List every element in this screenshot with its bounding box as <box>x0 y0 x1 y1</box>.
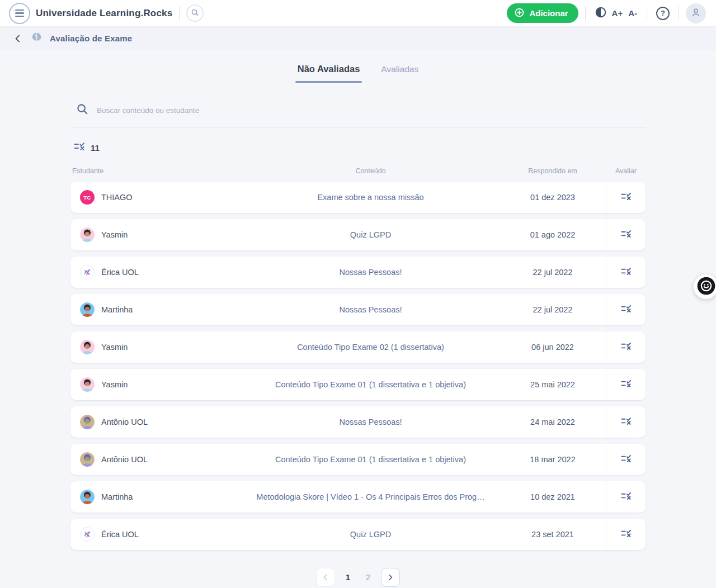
student-avatar <box>80 227 95 242</box>
student-cell: Antônio UOL <box>70 444 242 475</box>
content-link[interactable]: Nossas Pessoas! <box>339 268 402 277</box>
content-cell: Nossas Pessoas! <box>242 257 500 288</box>
evaluate-icon <box>621 342 632 353</box>
tab-bar: Não Avaliadas Avaliadas <box>70 50 646 83</box>
rows: TC THIAGO Exame sobre a nossa missão 01 … <box>70 182 646 550</box>
divider <box>585 6 586 21</box>
pagination-page-1[interactable]: 1 <box>341 571 355 584</box>
student-cell: Martinha <box>70 294 242 325</box>
pagination-prev-button[interactable] <box>316 568 335 587</box>
evaluate-button[interactable] <box>619 264 634 280</box>
column-header-respondido-em: Respondido em <box>500 167 606 175</box>
top-bar: Universidade Learning.Rocks Adicionar A+… <box>0 0 716 27</box>
content-link[interactable]: Metodologia Skore | Vídeo 1 - Os 4 Princ… <box>256 492 484 501</box>
evaluate-button[interactable] <box>619 527 634 542</box>
content-cell: Quiz LGPD <box>242 219 500 250</box>
student-cell: Yasmin <box>70 219 242 250</box>
evaluate-button[interactable] <box>619 227 634 243</box>
avaliar-cell <box>606 257 646 288</box>
smiley-icon <box>697 277 715 297</box>
user-avatar-button[interactable] <box>686 3 706 23</box>
avaliar-cell <box>606 331 646 363</box>
header-search-button[interactable] <box>186 4 204 22</box>
contrast-toggle-button[interactable] <box>592 5 609 21</box>
column-header-conteudo: Conteúdo <box>242 167 500 175</box>
plus-circle-icon <box>514 7 525 20</box>
student-name: Érica UOL <box>101 268 139 277</box>
student-cell: Antônio UOL <box>70 406 242 438</box>
answered-date: 23 set 2021 <box>500 519 606 550</box>
help-button[interactable]: ? <box>654 6 672 21</box>
student-cell: Yasmin <box>70 331 242 363</box>
hamburger-menu-button[interactable] <box>9 3 30 24</box>
student-avatar <box>80 302 95 317</box>
student-avatar <box>80 265 95 279</box>
evaluate-icon <box>621 229 632 240</box>
answered-date: 01 ago 2022 <box>500 219 606 250</box>
content-cell: Nossas Pessoas! <box>242 294 500 325</box>
pagination-page-2[interactable]: 2 <box>361 571 375 584</box>
avaliar-cell <box>606 406 646 438</box>
student-avatar <box>80 340 95 354</box>
search-input[interactable] <box>97 106 643 115</box>
back-button[interactable] <box>12 33 23 44</box>
table-row: Antônio UOL Conteúdo Tipo Exame 01 (1 di… <box>70 444 646 475</box>
student-avatar <box>80 377 95 392</box>
content-link[interactable]: Quiz LGPD <box>350 230 391 239</box>
student-name: Yasmin <box>101 380 128 389</box>
answered-date: 10 dez 2021 <box>500 481 606 513</box>
evaluate-list-icon <box>74 141 85 154</box>
divider <box>679 6 679 21</box>
content-link[interactable]: Conteúdo Tipo Exame 01 (1 dissertativa e… <box>275 380 466 389</box>
student-cell: Érica UOL <box>70 257 242 288</box>
student-name: Martinha <box>101 492 133 501</box>
content-link[interactable]: Exame sobre a nossa missão <box>317 193 423 202</box>
student-cell: Yasmin <box>70 369 242 400</box>
add-button[interactable]: Adicionar <box>507 3 578 23</box>
avaliar-cell <box>606 182 646 213</box>
student-name: Yasmin <box>101 343 128 352</box>
student-name: Martinha <box>101 305 133 314</box>
evaluate-icon <box>621 491 632 502</box>
evaluate-button[interactable] <box>619 189 634 205</box>
table-row: Yasmin Quiz LGPD 01 ago 2022 <box>70 219 646 250</box>
brain-icon <box>31 32 42 45</box>
student-name: Antônio UOL <box>101 455 148 464</box>
breadcrumb-bar: Avaliação de Exame <box>0 27 716 50</box>
evaluate-button[interactable] <box>619 339 634 355</box>
content-link[interactable]: Nossas Pessoas! <box>339 418 402 426</box>
content-cell: Conteúdo Tipo Exame 01 (1 dissertativa e… <box>242 369 500 400</box>
chevron-left-icon <box>13 34 22 43</box>
evaluate-button[interactable] <box>619 489 634 505</box>
tab-nao-avaliadas[interactable]: Não Avaliadas <box>295 64 362 83</box>
content-cell: Quiz LGPD <box>242 519 500 550</box>
content-link[interactable]: Conteúdo Tipo Exame 02 (1 dissertativa) <box>297 343 444 352</box>
student-cell: Érica UOL <box>70 519 242 550</box>
contrast-icon <box>595 6 607 20</box>
feedback-button[interactable] <box>694 274 716 299</box>
avaliar-cell <box>606 519 646 550</box>
student-cell: TC THIAGO <box>70 182 242 213</box>
evaluate-button[interactable] <box>619 302 634 317</box>
column-header-estudante: Estudante <box>70 167 242 175</box>
content-link[interactable]: Nossas Pessoas! <box>339 305 402 314</box>
evaluate-button[interactable] <box>619 414 634 430</box>
content-link[interactable]: Conteúdo Tipo Exame 01 (1 dissertativa e… <box>275 455 466 464</box>
search-icon <box>191 8 199 18</box>
answered-date: 18 mar 2022 <box>500 444 606 475</box>
answered-date: 01 dez 2023 <box>500 182 606 213</box>
table-row: Antônio UOL Nossas Pessoas! 24 mai 2022 <box>70 406 646 438</box>
pagination-next-button[interactable] <box>381 568 400 587</box>
tab-avaliadas[interactable]: Avaliadas <box>379 64 421 83</box>
evaluate-button[interactable] <box>619 377 634 392</box>
content-cell: Metodologia Skore | Vídeo 1 - Os 4 Princ… <box>242 481 500 513</box>
column-header-avaliar: Avaliar <box>606 167 646 175</box>
content-link[interactable]: Quiz LGPD <box>350 530 391 539</box>
font-increase-button[interactable]: A+ <box>609 6 626 20</box>
results-count: 11 <box>70 141 646 154</box>
evaluate-icon <box>621 529 632 540</box>
pagination: 1 2 <box>70 568 646 587</box>
evaluate-button[interactable] <box>619 452 634 467</box>
divider <box>647 6 647 21</box>
font-decrease-button[interactable]: A- <box>625 6 640 20</box>
